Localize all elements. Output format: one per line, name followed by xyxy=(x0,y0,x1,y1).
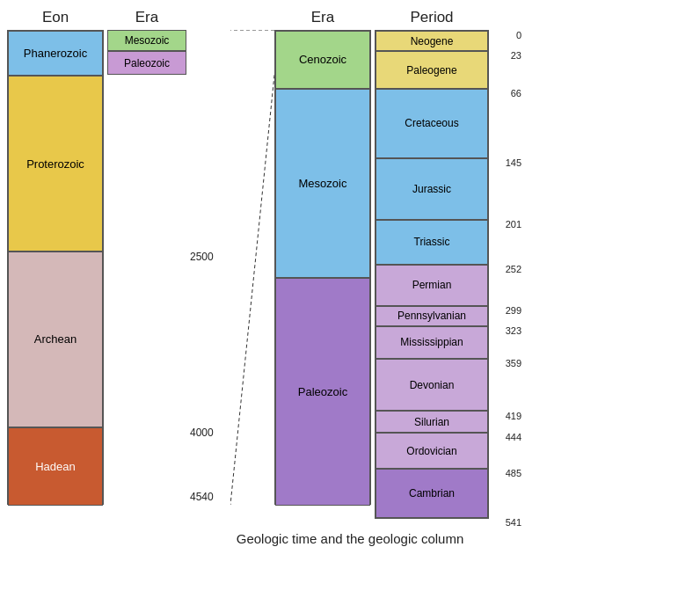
chart-caption: Geologic time and the geologic column xyxy=(237,531,464,546)
age-label-444: 444 xyxy=(506,432,521,442)
eon-cell-hadean: Hadean xyxy=(8,427,103,506)
mid-label-2500: 2500 xyxy=(190,251,214,263)
eon-header: Eon xyxy=(7,9,104,26)
era-right-header: Era xyxy=(274,9,371,26)
era-right-column: CenozoicMesozoicPaleozoic xyxy=(274,30,371,505)
period-cell-devonian: Devonian xyxy=(376,359,488,412)
age-label-323: 323 xyxy=(506,325,521,336)
period-cell-permian: Permian xyxy=(376,265,488,306)
eon-column: PhanerozoicProterozoicArcheanHadean xyxy=(7,30,104,505)
age-label-66: 66 xyxy=(511,88,521,98)
age-label-485: 485 xyxy=(506,468,521,478)
period-cell-mississippian: Mississippian xyxy=(376,326,488,358)
age-label-419: 419 xyxy=(506,411,521,421)
age-label-23: 23 xyxy=(511,50,521,61)
mid-label-4540: 4540 xyxy=(190,491,214,503)
era-right-cell-paleozoic: Paleozoic xyxy=(275,278,370,506)
age-label-201: 201 xyxy=(506,219,521,230)
period-cell-triassic: Triassic xyxy=(376,220,488,265)
period-header: Period xyxy=(375,9,489,26)
mid-label-4000: 4000 xyxy=(190,427,214,439)
period-column: NeogenePaleogeneCretaceousJurassicTriass… xyxy=(375,30,489,519)
era-right-cell-mesozoic: Mesozoic xyxy=(275,89,370,278)
era-left-cell-paleozoic: Paleozoic xyxy=(107,51,186,75)
age-label-145: 145 xyxy=(506,157,521,168)
period-cell-silurian: Silurian xyxy=(376,411,488,433)
numbers-column: 02366145201252299323359419444485541 xyxy=(491,30,521,505)
period-cell-cambrian: Cambrian xyxy=(376,469,488,518)
svg-line-1 xyxy=(230,75,274,505)
era-right-cell-cenozoic: Cenozoic xyxy=(275,31,370,89)
eon-cell-proterozoic: Proterozoic xyxy=(8,76,103,252)
eon-cell-archean: Archean xyxy=(8,252,103,427)
age-label-299: 299 xyxy=(506,305,521,316)
age-label-541: 541 xyxy=(506,517,521,528)
era-left-header: Era xyxy=(107,9,186,26)
period-cell-jurassic: Jurassic xyxy=(376,158,488,220)
connector-area xyxy=(230,30,274,505)
period-cell-paleogene: Paleogene xyxy=(376,51,488,89)
period-cell-pennsylvanian: Pennsylvanian xyxy=(376,306,488,327)
age-label-359: 359 xyxy=(506,358,521,368)
age-label-0: 0 xyxy=(516,30,521,40)
period-cell-neogene: Neogene xyxy=(376,31,488,51)
chart-area: PhanerozoicProterozoicArcheanHadean Meso… xyxy=(7,30,693,519)
eon-cell-phanerozoic: Phanerozoic xyxy=(8,31,103,76)
period-cell-ordovician: Ordovician xyxy=(376,433,488,469)
mid-labels-col: 250040004540 xyxy=(186,30,230,505)
age-label-252: 252 xyxy=(506,264,521,274)
main-container: Eon Era Era Period PhanerozoicProterozoi… xyxy=(7,9,693,546)
period-cell-cretaceous: Cretaceous xyxy=(376,89,488,158)
era-left-column: MesozoicPaleozoic xyxy=(107,30,186,505)
era-left-cell-mesozoic: Mesozoic xyxy=(107,30,186,51)
